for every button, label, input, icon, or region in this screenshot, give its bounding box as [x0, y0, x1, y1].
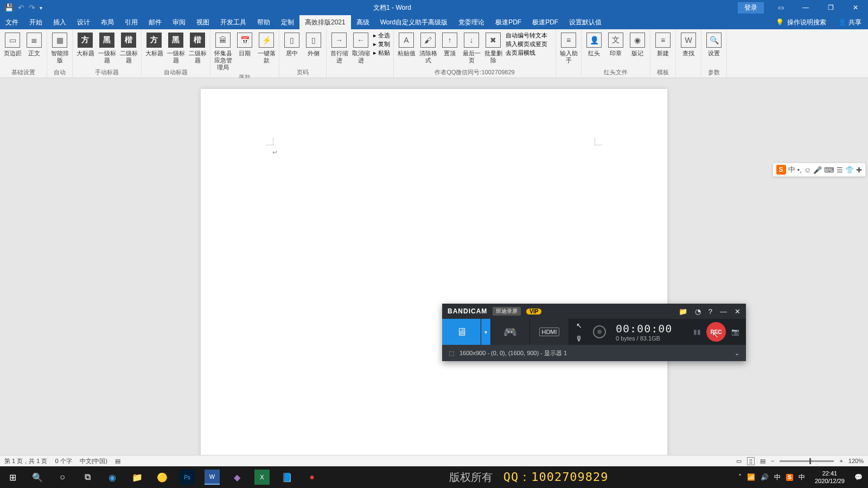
- save-icon[interactable]: 💾: [4, 3, 14, 12]
- zoom-in-icon[interactable]: +: [839, 458, 843, 464]
- page-indicator[interactable]: 第 1 页，共 1 页: [4, 457, 47, 465]
- language-indicator[interactable]: 中文(中国): [80, 457, 107, 465]
- ime-toolbar[interactable]: S 中 •, ☺ 🎤 ⌨ ☰ 👕 ✚: [773, 163, 866, 177]
- volume-icon[interactable]: 🔊: [761, 473, 769, 481]
- mode-device[interactable]: HDMI: [530, 319, 569, 345]
- page[interactable]: ↵: [201, 89, 667, 455]
- bandicam-footer[interactable]: ⬚ 868x488 - (0, 0), (1600, 900) - 显示器 1…: [442, 345, 746, 361]
- close-icon[interactable]: ✕: [843, 0, 868, 15]
- ime-punct-icon[interactable]: •,: [797, 166, 802, 174]
- system-tray[interactable]: ˄ 📶 🔊 中 S 中 22:41 2020/12/29 💬: [733, 470, 868, 485]
- tab-12[interactable]: 高效排版2021: [299, 15, 351, 29]
- pause-icon[interactable]: ▮▮: [693, 328, 701, 336]
- record-button[interactable]: REC: [706, 322, 726, 342]
- edge-icon[interactable]: ◉: [100, 466, 125, 488]
- ribbon-最后一页[interactable]: ↓最后一页: [461, 30, 482, 65]
- tab-7[interactable]: 审阅: [167, 15, 191, 29]
- clock[interactable]: 22:41 2020/12/29: [810, 470, 849, 485]
- chrome-icon[interactable]: 🟡: [150, 466, 175, 488]
- ribbon-首行缩进[interactable]: →首行缩进: [329, 30, 349, 65]
- ribbon-居中[interactable]: ▯居中: [282, 30, 302, 58]
- read-mode-icon[interactable]: ▭: [736, 458, 742, 465]
- minimize-icon[interactable]: —: [793, 0, 818, 15]
- ribbon-输入助手[interactable]: ≡输入助手: [558, 30, 579, 65]
- ribbon-大标题[interactable]: 方大标题: [144, 30, 164, 58]
- ime-emoji-icon[interactable]: ☺: [804, 166, 811, 174]
- mic-toggle-icon[interactable]: 🎙: [576, 335, 583, 343]
- zoom-out-icon[interactable]: −: [771, 458, 774, 464]
- webcam-toggle-icon[interactable]: [593, 325, 606, 338]
- ribbon-取消缩进[interactable]: ←取消缩进: [350, 30, 371, 65]
- undo-icon[interactable]: ↶: [18, 3, 24, 12]
- ime-lang[interactable]: 中: [788, 165, 795, 175]
- ribbon-small-全选[interactable]: ▸全选: [373, 31, 390, 40]
- word-icon[interactable]: W: [205, 470, 220, 485]
- ribbon-二级标题[interactable]: 楷二级标题: [118, 30, 139, 65]
- notifications-icon[interactable]: 💬: [854, 473, 863, 481]
- ime-tool-icon[interactable]: ✚: [856, 166, 862, 174]
- ribbon-查找[interactable]: W查找: [678, 30, 699, 58]
- sogou-icon[interactable]: S: [776, 165, 786, 175]
- tab-15[interactable]: 党委理论: [453, 15, 490, 29]
- macro-icon[interactable]: ▤: [115, 458, 120, 465]
- tab-3[interactable]: 设计: [72, 15, 95, 29]
- tab-18[interactable]: 设置默认值: [564, 15, 607, 29]
- tab-6[interactable]: 邮件: [143, 15, 167, 29]
- ime-indicator[interactable]: 中: [774, 473, 781, 482]
- ribbon-粘贴值[interactable]: A粘贴值: [396, 30, 417, 58]
- ime-mic-icon[interactable]: 🎤: [813, 166, 822, 174]
- excel-icon[interactable]: X: [254, 470, 270, 485]
- mode-screen[interactable]: 🖥: [442, 319, 481, 345]
- ime-skin-icon[interactable]: 👕: [845, 166, 854, 174]
- ribbon-大标题[interactable]: 方大标题: [75, 30, 95, 58]
- tab-9[interactable]: 开发工具: [215, 15, 252, 29]
- ribbon-版记[interactable]: ◉版记: [627, 30, 648, 58]
- ime-keyboard-icon[interactable]: ⌨: [824, 166, 834, 174]
- ribbon-红头[interactable]: 👤红头: [584, 30, 604, 58]
- tab-1[interactable]: 开始: [24, 15, 48, 29]
- explorer-icon[interactable]: 📁: [125, 466, 150, 488]
- ribbon-日期[interactable]: 📅日期: [234, 30, 255, 58]
- tab-2[interactable]: 插入: [48, 15, 72, 29]
- share-button[interactable]: 👤共享: [832, 15, 868, 29]
- tab-10[interactable]: 帮助: [252, 15, 276, 29]
- tab-11[interactable]: 定制: [276, 15, 299, 29]
- bandicam-close-icon[interactable]: ✕: [735, 307, 741, 316]
- ime-menu-icon[interactable]: ☰: [837, 166, 843, 174]
- notepad-icon[interactable]: 📘: [275, 466, 299, 488]
- ribbon-一键落款[interactable]: ⚡一键落款: [256, 30, 277, 65]
- cortana-icon[interactable]: ○: [50, 466, 75, 488]
- bandicam-clock-icon[interactable]: ◔: [695, 307, 701, 316]
- bandicam-minimize-icon[interactable]: —: [720, 307, 727, 316]
- ribbon-extra-去页眉横线[interactable]: 去页眉横线: [506, 49, 552, 57]
- tab-8[interactable]: 视图: [191, 15, 215, 29]
- ribbon-清除格式[interactable]: 🖌清除格式: [418, 30, 438, 65]
- tab-13[interactable]: 高级: [351, 15, 375, 29]
- search-icon[interactable]: 🔍: [25, 466, 50, 488]
- photoshop-icon[interactable]: Ps: [180, 470, 195, 485]
- bandicam-window[interactable]: BANDICAM 班迪录屏 VIP 📁 ◔ ? — ✕ 🖥 ▾ 🎮 HDMI ↖…: [442, 304, 746, 361]
- ribbon-外侧[interactable]: ▯外侧: [303, 30, 324, 58]
- ime-mode-icon[interactable]: 中: [799, 473, 805, 482]
- tab-17[interactable]: 极速PDF: [527, 15, 564, 29]
- tab-4[interactable]: 布局: [95, 15, 119, 29]
- tell-me-search[interactable]: 💡 操作说明搜索: [770, 15, 832, 29]
- ribbon-怀集县应急管理局[interactable]: 🏛怀集县应急管理局: [213, 30, 233, 72]
- mode-screen-dropdown[interactable]: ▾: [481, 319, 491, 345]
- visualstudio-icon[interactable]: ◆: [225, 466, 250, 488]
- tab-16[interactable]: 极速PDF: [490, 15, 527, 29]
- zoom-level[interactable]: 120%: [848, 458, 864, 464]
- bandicam-titlebar[interactable]: BANDICAM 班迪录屏 VIP 📁 ◔ ? — ✕: [442, 304, 746, 319]
- redo-icon[interactable]: ↷: [29, 3, 35, 12]
- print-layout-icon[interactable]: ▯: [747, 457, 755, 465]
- bandicam-folder-icon[interactable]: 📁: [679, 307, 687, 316]
- zoom-slider[interactable]: [780, 460, 834, 462]
- tab-14[interactable]: Word自定义助手高级版: [375, 15, 453, 29]
- start-button[interactable]: ⊞: [0, 466, 25, 488]
- ribbon-置顶[interactable]: ↑置顶: [439, 30, 460, 58]
- mode-game[interactable]: 🎮: [491, 319, 530, 345]
- web-layout-icon[interactable]: ▤: [760, 458, 765, 465]
- ribbon-新建[interactable]: ≡新建: [653, 30, 673, 58]
- maximize-icon[interactable]: ❐: [818, 0, 843, 15]
- ribbon-印章[interactable]: 文印章: [605, 30, 626, 58]
